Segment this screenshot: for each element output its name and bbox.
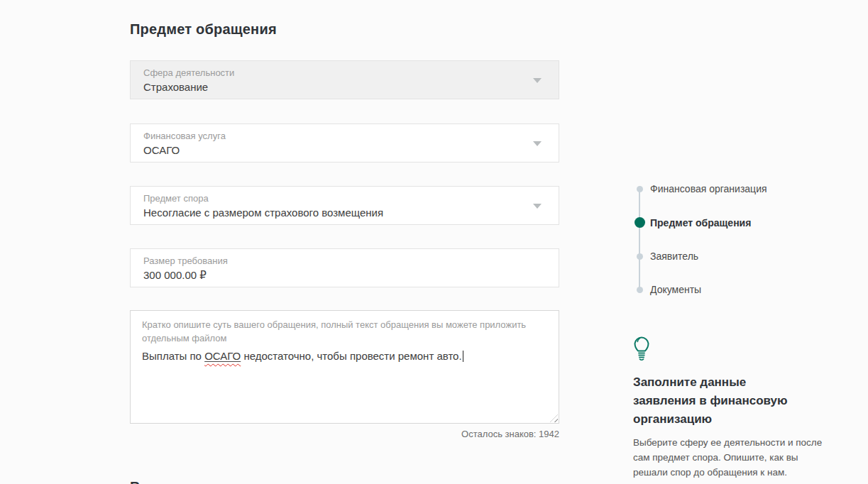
step-dot (637, 253, 643, 260)
value-text: Выплаты по (142, 350, 204, 362)
field-value: 300 000.00 ₽ (143, 269, 207, 282)
value-text: недостаточно, чтобы провести ремонт авто… (241, 350, 461, 362)
field-label: Размер требования (143, 255, 228, 266)
chars-remaining-counter: Осталось знаков: 1942 (130, 429, 559, 439)
step-dot-active (634, 217, 645, 228)
next-section-heading-partial: В (130, 479, 140, 484)
textarea-value: Выплаты по ОСАГО недостаточно, чтобы про… (142, 349, 547, 363)
field-label: Финансовая услуга (143, 131, 226, 141)
step-dot (637, 186, 643, 192)
step-label: Заявитель (650, 251, 698, 262)
field-label: Сфера деятельности (143, 67, 234, 78)
chevron-down-icon (533, 204, 542, 209)
step-label: Документы (650, 284, 701, 295)
lightbulb-icon (631, 334, 652, 365)
misspelled-word-wrap: ОСАГО (204, 350, 241, 362)
sphere-of-activity-select[interactable]: Сфера деятельности Страхование (130, 60, 559, 99)
field-value: Страхование (143, 81, 208, 93)
field-label: Предмет спора (143, 193, 209, 204)
description-textarea[interactable]: Кратко опишите суть вашего обращения, по… (130, 310, 559, 424)
stepper-connector-line (639, 189, 640, 290)
chevron-down-icon (533, 78, 542, 83)
chevron-down-icon (533, 141, 542, 146)
text-caret (463, 351, 463, 362)
textarea-placeholder-label: Кратко опишите суть вашего обращения, по… (142, 318, 529, 345)
help-heading: Заполните данные заявления в финансовую … (633, 373, 789, 429)
step-label: Финансовая организация (650, 183, 767, 194)
step-label: Предмет обращения (650, 217, 751, 229)
step-dot (637, 287, 643, 293)
field-value: ОСАГО (143, 144, 180, 156)
claim-amount-input[interactable]: Размер требования 300 000.00 ₽ (130, 248, 559, 287)
application-form-page: Предмет обращения Сфера деятельности Стр… (0, 0, 868, 484)
dispute-subject-select[interactable]: Предмет спора Несогласие с размером стра… (130, 186, 559, 225)
misspelled-word: ОСАГО (204, 350, 241, 362)
textarea-resize-handle[interactable] (550, 414, 558, 422)
field-value: Несогласие с размером страхового возмеще… (143, 207, 383, 219)
page-title: Предмет обращения (130, 21, 277, 38)
financial-service-select[interactable]: Финансовая услуга ОСАГО (130, 123, 559, 163)
help-body-text: Выберите сферу ее деятельности и после с… (633, 435, 828, 480)
